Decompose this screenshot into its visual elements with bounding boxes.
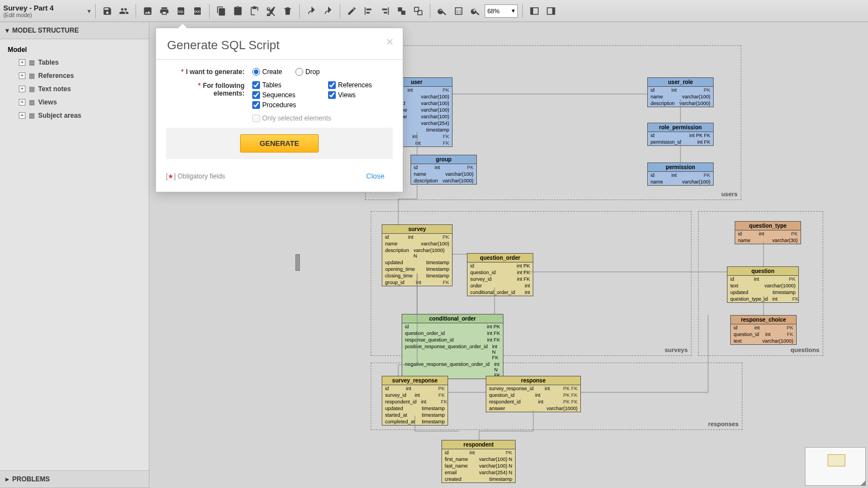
svg-rect-7: [531, 8, 533, 14]
entity-conditional-order[interactable]: conditional_orderidint PKquestion_order_…: [402, 314, 503, 379]
expand-icon[interactable]: +: [19, 99, 25, 106]
tree-item[interactable]: +▦Tables: [0, 56, 149, 69]
print-icon[interactable]: [157, 4, 171, 18]
entity-question-type[interactable]: question_typeidintPKnamevarchar(30): [735, 221, 801, 244]
entity-column: respondent_idintPK FK: [486, 398, 580, 405]
document-title-block[interactable]: Survey - Part 4 (Edit mode): [3, 4, 81, 18]
edit-icon[interactable]: [345, 4, 359, 18]
entity-column: response_question_idint FK: [402, 337, 503, 343]
entity-column: idintPK: [382, 385, 448, 392]
entity-question[interactable]: questionidintPKtextvarchar(1000)updatedt…: [727, 266, 799, 303]
minimap-resize-icon[interactable]: [860, 480, 866, 486]
expand-icon[interactable]: +: [19, 72, 25, 79]
bring-front-icon[interactable]: [394, 4, 409, 18]
entity-question-order[interactable]: question_orderidint PKquestion_idint FKs…: [467, 253, 533, 296]
entity-permission[interactable]: permissionidintPKnamevarchar(100): [647, 162, 714, 186]
subject-label: users: [721, 191, 737, 197]
entity-user-role[interactable]: user_roleidintPKnamevarchar(100)descript…: [647, 77, 714, 107]
undo-icon[interactable]: [304, 4, 319, 18]
minimap[interactable]: [805, 447, 866, 486]
subject-label: questions: [791, 347, 819, 353]
close-icon[interactable]: ✕: [386, 36, 394, 48]
save-icon[interactable]: [100, 4, 115, 18]
zoom-reset-icon[interactable]: 1:1: [451, 4, 466, 18]
tree-item[interactable]: +▦Subject areas: [0, 109, 149, 122]
expand-icon[interactable]: +: [19, 59, 25, 66]
entity-column: idintPK: [648, 172, 713, 179]
check-references[interactable]: References: [328, 81, 393, 89]
problems-header[interactable]: ▸ PROBLEMS: [0, 470, 149, 488]
expand-icon[interactable]: +: [19, 112, 25, 119]
tree-root[interactable]: Model: [0, 44, 149, 56]
redo-icon[interactable]: [321, 4, 335, 18]
minimap-viewport[interactable]: [828, 454, 845, 466]
entity-header: group: [411, 155, 476, 164]
entity-respondent[interactable]: respondentidintPKfirst_namevarchar(100) …: [441, 440, 516, 483]
generate-button[interactable]: GENERATE: [240, 134, 318, 153]
doc-export-icon[interactable]: DOC: [190, 4, 205, 18]
entity-column: idintPK: [731, 324, 796, 331]
entity-group[interactable]: groupidintPKnamevarchar(100)descriptionv…: [410, 155, 477, 185]
check-tables[interactable]: Tables: [252, 81, 317, 89]
entity-header: question_order: [467, 254, 533, 263]
tree-item[interactable]: +▦Views: [0, 96, 149, 109]
entity-column: survey_idintFK: [382, 392, 448, 398]
check-views[interactable]: Views: [328, 91, 393, 99]
paste-special-icon[interactable]: [247, 4, 262, 18]
zoom-select[interactable]: 68%▾: [485, 4, 518, 18]
label-elements: *For followingelements:: [166, 81, 252, 109]
radio-create[interactable]: Create: [252, 67, 282, 76]
svg-text:1:1: 1:1: [456, 9, 461, 13]
entity-column: descriptionvarchar(1000): [648, 100, 713, 107]
panel-right-icon[interactable]: [544, 4, 558, 18]
problems-label: PROBLEMS: [12, 475, 50, 483]
expand-icon[interactable]: +: [19, 86, 25, 92]
cut-icon[interactable]: [264, 4, 278, 18]
entity-column: orderint: [467, 282, 533, 289]
delete-icon[interactable]: [280, 4, 295, 18]
entity-header: respondent: [442, 440, 515, 449]
folder-icon: ▦: [29, 98, 35, 106]
entity-response[interactable]: responsesurvey_response_idintPK FKquesti…: [486, 376, 581, 412]
entity-role-permission[interactable]: role_permissionidint PK FKpermission_idi…: [647, 123, 714, 146]
entity-response-choice[interactable]: response_choiceidintPKquestion_idintFKte…: [730, 315, 797, 345]
check-procedures[interactable]: Procedures: [252, 101, 317, 109]
model-structure-header[interactable]: ▾ MODEL STRUCTURE: [0, 22, 149, 39]
entity-column: survey_idint FK: [467, 276, 533, 282]
document-title: Survey - Part 4: [3, 4, 81, 12]
entity-header: user_role: [648, 78, 713, 87]
entity-column: survey_response_idintPK FK: [486, 385, 580, 392]
zoom-value: 68%: [487, 8, 500, 14]
align-right-icon[interactable]: [378, 4, 392, 18]
tree-item[interactable]: +▦Text notes: [0, 82, 149, 96]
sql-export-icon[interactable]: SQL: [174, 4, 188, 18]
dropdown-icon[interactable]: ▾: [87, 7, 91, 15]
chevron-down-icon: ▾: [512, 7, 515, 14]
entity-header: question: [727, 267, 798, 276]
radio-drop[interactable]: Drop: [295, 67, 320, 76]
entity-column: textvarchar(1000): [727, 282, 798, 289]
entity-column: question_idint FK: [467, 269, 533, 276]
sidebar-splitter[interactable]: [295, 254, 300, 271]
image-icon[interactable]: [141, 4, 155, 18]
entity-column: idint PK: [467, 263, 533, 269]
panel-left-icon[interactable]: [527, 4, 542, 18]
send-back-icon[interactable]: [411, 4, 425, 18]
entity-column: positive_response_question_order_idint N…: [402, 343, 503, 361]
close-button[interactable]: Close: [358, 168, 393, 184]
entity-column: respondent_idintFK: [382, 398, 448, 405]
entity-survey-response[interactable]: survey_responseidintPKsurvey_idintFKresp…: [382, 376, 448, 426]
copy-icon[interactable]: [214, 4, 228, 18]
zoom-out-icon[interactable]: [435, 4, 449, 18]
entity-column: question_idintPK FK: [486, 392, 580, 398]
check-only-selected[interactable]: Only selected elements: [252, 114, 331, 122]
tree-item[interactable]: +▦References: [0, 69, 149, 82]
align-left-icon[interactable]: [361, 4, 376, 18]
entity-column: emailvarchar(254) N: [442, 469, 515, 476]
entity-survey[interactable]: surveyidintPKnamevarchar(100)description…: [382, 224, 453, 286]
share-icon[interactable]: [117, 4, 131, 18]
zoom-in-icon[interactable]: [468, 4, 482, 18]
paste-icon[interactable]: [231, 4, 245, 18]
entity-column: idint PK: [402, 323, 503, 330]
check-sequences[interactable]: Sequences: [252, 91, 317, 99]
